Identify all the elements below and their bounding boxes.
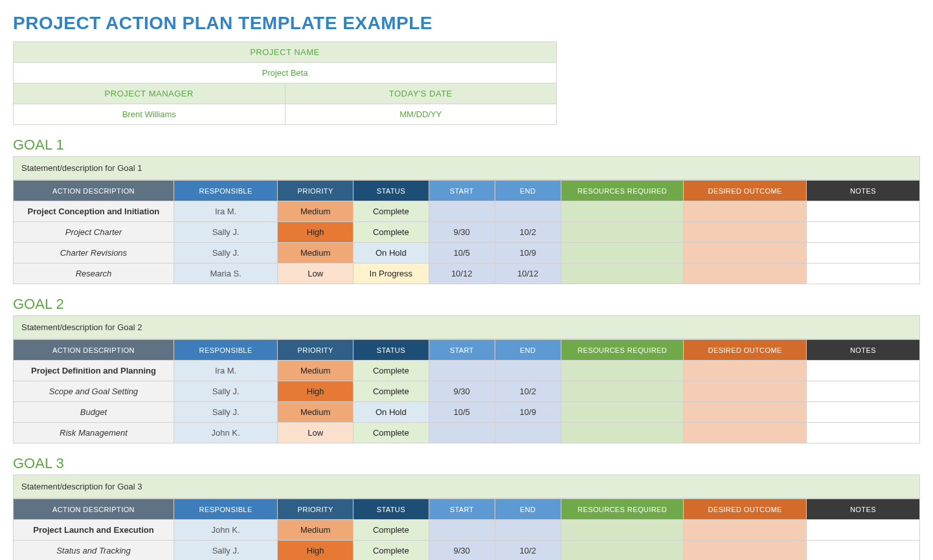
end-cell[interactable]: 10/9 bbox=[495, 402, 561, 423]
responsible-cell[interactable]: Maria S. bbox=[174, 263, 277, 284]
resources-cell[interactable] bbox=[561, 520, 684, 541]
end-cell[interactable]: 10/2 bbox=[495, 541, 561, 561]
responsible-cell[interactable]: Sally J. bbox=[174, 541, 277, 561]
status-cell[interactable]: Complete bbox=[353, 201, 429, 222]
start-cell[interactable] bbox=[429, 520, 495, 541]
action-cell[interactable]: Project Conception and Initiation bbox=[14, 201, 174, 222]
resources-cell[interactable] bbox=[561, 381, 684, 402]
status-cell[interactable]: Complete bbox=[353, 520, 429, 541]
action-cell[interactable]: Project Launch and Execution bbox=[14, 520, 174, 541]
notes-cell[interactable] bbox=[806, 423, 919, 443]
responsible-cell[interactable]: John K. bbox=[174, 520, 277, 541]
start-cell[interactable] bbox=[429, 361, 495, 381]
end-cell[interactable]: 10/2 bbox=[495, 381, 561, 402]
responsible-col-header: RESPONSIBLE bbox=[174, 181, 277, 201]
outcome-cell[interactable] bbox=[684, 520, 807, 541]
resources-cell[interactable] bbox=[561, 222, 684, 243]
start-cell[interactable]: 10/5 bbox=[429, 402, 495, 423]
end-cell[interactable] bbox=[495, 423, 561, 443]
end-cell[interactable] bbox=[495, 361, 561, 381]
responsible-cell[interactable]: Ira M. bbox=[174, 201, 277, 222]
action-cell[interactable]: Risk Management bbox=[14, 423, 174, 443]
notes-cell[interactable] bbox=[806, 263, 919, 284]
start-cell[interactable]: 9/30 bbox=[429, 541, 495, 561]
end-cell[interactable]: 10/2 bbox=[495, 222, 561, 243]
priority-cell[interactable]: Medium bbox=[278, 243, 354, 263]
table-row: Project Definition and PlanningIra M.Med… bbox=[14, 361, 920, 381]
responsible-cell[interactable]: Sally J. bbox=[174, 402, 277, 423]
resources-cell[interactable] bbox=[561, 243, 684, 263]
action-cell[interactable]: Research bbox=[14, 263, 174, 284]
resources-cell[interactable] bbox=[561, 402, 684, 423]
action-cell[interactable]: Status and Tracking bbox=[14, 541, 174, 561]
resources-cell[interactable] bbox=[561, 263, 684, 284]
responsible-cell[interactable]: John K. bbox=[174, 423, 277, 443]
action-cell[interactable]: Project Charter bbox=[14, 222, 174, 243]
start-cell[interactable]: 9/30 bbox=[429, 222, 495, 243]
status-cell[interactable]: Complete bbox=[353, 381, 429, 402]
action-cell[interactable]: Scope and Goal Setting bbox=[14, 381, 174, 402]
outcome-cell[interactable] bbox=[684, 381, 807, 402]
resources-cell[interactable] bbox=[561, 361, 684, 381]
status-cell[interactable]: Complete bbox=[353, 222, 429, 243]
end-cell[interactable] bbox=[495, 201, 561, 222]
project-name-value[interactable]: Project Beta bbox=[14, 63, 557, 84]
resources-cell[interactable] bbox=[561, 201, 684, 222]
priority-cell[interactable]: High bbox=[278, 222, 354, 243]
outcome-cell[interactable] bbox=[684, 541, 807, 561]
outcome-cell[interactable] bbox=[684, 361, 807, 381]
notes-cell[interactable] bbox=[806, 361, 919, 381]
start-cell[interactable]: 10/5 bbox=[429, 243, 495, 263]
outcome-col-header: DESIRED OUTCOME bbox=[684, 181, 807, 201]
priority-cell[interactable]: High bbox=[278, 541, 354, 561]
notes-cell[interactable] bbox=[806, 541, 919, 561]
notes-cell[interactable] bbox=[806, 243, 919, 263]
notes-cell[interactable] bbox=[806, 520, 919, 541]
notes-cell[interactable] bbox=[806, 201, 919, 222]
priority-cell[interactable]: Low bbox=[278, 423, 354, 443]
outcome-cell[interactable] bbox=[684, 263, 807, 284]
responsible-cell[interactable]: Ira M. bbox=[174, 361, 277, 381]
goal-statement[interactable]: Statement/description for Goal 1 bbox=[13, 156, 920, 180]
resources-cell[interactable] bbox=[561, 541, 684, 561]
priority-cell[interactable]: Low bbox=[278, 263, 354, 284]
priority-cell[interactable]: Medium bbox=[278, 402, 354, 423]
priority-cell[interactable]: Medium bbox=[278, 201, 354, 222]
outcome-cell[interactable] bbox=[684, 222, 807, 243]
start-cell[interactable]: 10/12 bbox=[429, 263, 495, 284]
end-cell[interactable] bbox=[495, 520, 561, 541]
responsible-col-header: RESPONSIBLE bbox=[174, 340, 277, 361]
priority-cell[interactable]: Medium bbox=[278, 361, 354, 381]
goal-statement[interactable]: Statement/description for Goal 3 bbox=[13, 475, 920, 498]
outcome-cell[interactable] bbox=[684, 423, 807, 443]
notes-cell[interactable] bbox=[806, 381, 919, 402]
todays-date-value[interactable]: MM/DD/YY bbox=[285, 104, 557, 125]
notes-cell[interactable] bbox=[806, 402, 919, 423]
end-cell[interactable]: 10/9 bbox=[495, 243, 561, 263]
status-cell[interactable]: Complete bbox=[353, 541, 429, 561]
status-cell[interactable]: On Hold bbox=[353, 402, 429, 423]
action-cell[interactable]: Project Definition and Planning bbox=[14, 361, 174, 381]
responsible-cell[interactable]: Sally J. bbox=[174, 243, 277, 263]
resources-cell[interactable] bbox=[561, 423, 684, 443]
outcome-cell[interactable] bbox=[684, 243, 807, 263]
outcome-cell[interactable] bbox=[684, 201, 807, 222]
status-cell[interactable]: In Progress bbox=[353, 263, 429, 284]
start-cell[interactable]: 9/30 bbox=[429, 381, 495, 402]
status-cell[interactable]: Complete bbox=[353, 423, 429, 443]
start-cell[interactable] bbox=[429, 201, 495, 222]
goal-statement[interactable]: Statement/description for Goal 2 bbox=[13, 315, 920, 339]
notes-cell[interactable] bbox=[806, 222, 919, 243]
priority-cell[interactable]: High bbox=[278, 381, 354, 402]
priority-cell[interactable]: Medium bbox=[278, 520, 354, 541]
status-cell[interactable]: Complete bbox=[353, 361, 429, 381]
end-cell[interactable]: 10/12 bbox=[495, 263, 561, 284]
responsible-cell[interactable]: Sally J. bbox=[174, 381, 277, 402]
action-cell[interactable]: Budget bbox=[14, 402, 174, 423]
responsible-cell[interactable]: Sally J. bbox=[174, 222, 277, 243]
status-cell[interactable]: On Hold bbox=[353, 243, 429, 263]
action-cell[interactable]: Charter Revisions bbox=[14, 243, 174, 263]
project-manager-value[interactable]: Brent Williams bbox=[14, 104, 286, 125]
start-cell[interactable] bbox=[429, 423, 495, 443]
outcome-cell[interactable] bbox=[684, 402, 807, 423]
